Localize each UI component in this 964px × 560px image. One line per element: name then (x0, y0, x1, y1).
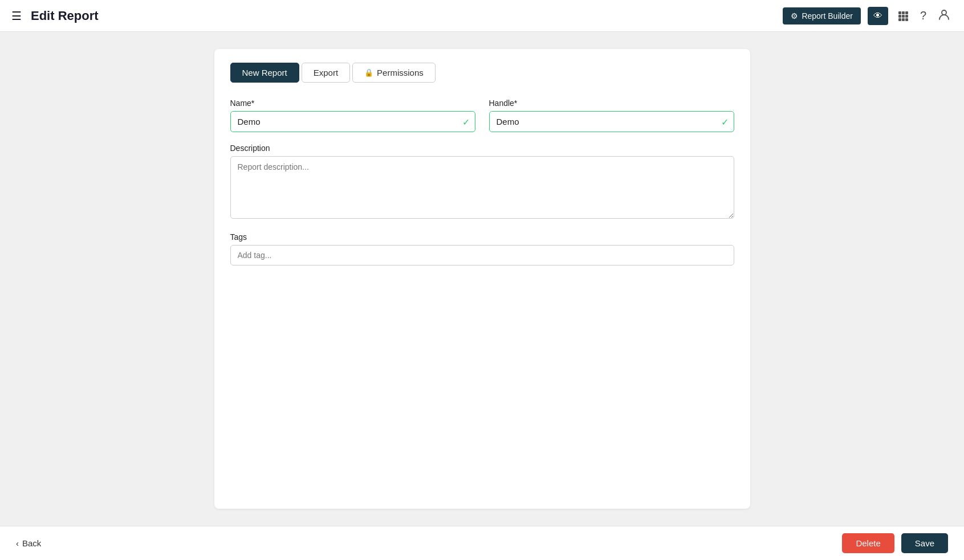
svg-rect-3 (898, 15, 901, 18)
handle-group: Handle* ✓ (489, 99, 734, 132)
save-button[interactable]: Save (901, 533, 948, 553)
name-handle-row: Name* ✓ Handle* ✓ (230, 99, 734, 132)
lock-icon: 🔒 (364, 68, 373, 77)
help-button[interactable]: ? (918, 7, 929, 24)
tab-new-report-label: New Report (242, 68, 287, 77)
user-button[interactable] (935, 6, 953, 26)
svg-point-9 (942, 10, 946, 15)
tab-permissions-label: Permissions (377, 68, 424, 77)
tab-export[interactable]: Export (302, 63, 350, 83)
svg-rect-8 (905, 18, 908, 21)
tags-group: Tags (230, 232, 734, 265)
handle-input-wrapper: ✓ (489, 111, 734, 132)
svg-rect-2 (905, 11, 908, 14)
footer-actions: Delete Save (842, 533, 948, 553)
grid-icon (897, 10, 909, 22)
hamburger-icon[interactable]: ☰ (11, 9, 22, 23)
svg-rect-5 (905, 15, 908, 18)
description-group: Description (230, 144, 734, 221)
form-card: New Report Export 🔒 Permissions Name* ✓ … (214, 49, 750, 509)
svg-rect-6 (898, 18, 901, 21)
name-input[interactable] (230, 111, 475, 132)
tab-permissions[interactable]: 🔒 Permissions (352, 63, 436, 83)
name-label: Name* (230, 99, 475, 108)
eye-icon: 👁 (873, 11, 882, 21)
tabs: New Report Export 🔒 Permissions (230, 63, 734, 83)
delete-button[interactable]: Delete (842, 533, 894, 553)
report-builder-button[interactable]: ⚙ Report Builder (783, 7, 861, 24)
back-button[interactable]: ‹ Back (16, 538, 41, 548)
user-icon (938, 8, 950, 23)
name-group: Name* ✓ (230, 99, 475, 132)
main-content: New Report Export 🔒 Permissions Name* ✓ … (0, 32, 964, 526)
preview-button[interactable]: 👁 (868, 7, 888, 25)
handle-check-icon: ✓ (721, 116, 729, 127)
handle-input[interactable] (489, 111, 734, 132)
name-input-wrapper: ✓ (230, 111, 475, 132)
grid-button[interactable] (895, 8, 911, 24)
svg-rect-0 (898, 11, 901, 14)
tags-label: Tags (230, 232, 734, 242)
handle-label: Handle* (489, 99, 734, 108)
description-label: Description (230, 144, 734, 153)
header: ☰ Edit Report ⚙ Report Builder 👁 ? (0, 0, 964, 32)
tab-export-label: Export (314, 68, 338, 77)
footer: ‹ Back Delete Save (0, 526, 964, 560)
page-title: Edit Report (31, 9, 99, 23)
header-left: ☰ Edit Report (11, 9, 783, 23)
gear-icon: ⚙ (791, 11, 798, 21)
header-right: ⚙ Report Builder 👁 ? (783, 6, 953, 26)
help-icon: ? (920, 9, 926, 22)
svg-rect-7 (902, 18, 905, 21)
tags-input[interactable] (230, 245, 734, 265)
name-check-icon: ✓ (462, 116, 470, 127)
svg-rect-4 (902, 15, 905, 18)
svg-rect-1 (902, 11, 905, 14)
back-label: Back (22, 538, 41, 548)
report-builder-label: Report Builder (802, 11, 853, 21)
tab-new-report[interactable]: New Report (230, 63, 299, 83)
description-textarea[interactable] (230, 156, 734, 219)
back-arrow-icon: ‹ (16, 538, 19, 548)
